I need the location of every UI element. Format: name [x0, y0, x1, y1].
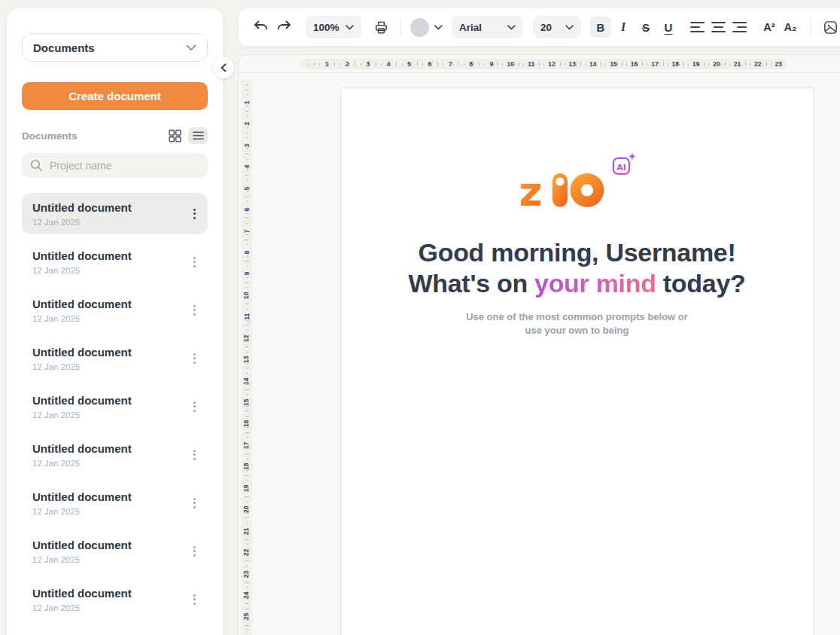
document-title: Untitled document	[32, 490, 132, 504]
font-family-value: Arial	[459, 22, 482, 33]
underline-button[interactable]: U	[658, 17, 679, 38]
greeting-line2-suffix: today?	[663, 269, 746, 298]
ai-badge-label: AI	[616, 163, 626, 172]
horizontal-ruler[interactable]: 1234567891011121314151617181920212223	[301, 59, 786, 69]
document-list-item[interactable]: Untitled document 12 Jan 2025	[22, 482, 208, 524]
formatting-toolbar: 100% Arial 20 B I S U	[238, 8, 840, 47]
view-toggles	[165, 127, 208, 144]
document-list-item[interactable]: Untitled document 12 Jan 2025	[22, 289, 208, 331]
greeting-line1: Good morning, Username!	[418, 238, 736, 267]
font-family-select[interactable]: Arial	[452, 16, 523, 38]
toolbar-divider	[810, 17, 811, 37]
search-icon	[30, 159, 43, 172]
kebab-menu-icon[interactable]	[189, 493, 200, 513]
kebab-menu-icon[interactable]	[189, 397, 200, 417]
greeting-line2-prefix: What's on	[409, 269, 528, 298]
workspace-selector-label: Documents	[33, 41, 95, 54]
chevron-left-icon	[221, 63, 227, 72]
font-size-select[interactable]: 20	[533, 16, 581, 38]
editor-canvas: 1234567891011121314151617181920212223 12…	[238, 54, 840, 635]
zoom-value: 100%	[313, 22, 339, 33]
bold-button[interactable]: B	[590, 17, 611, 38]
vertical-ruler[interactable]: 1234567891011121314151617181920212223242…	[242, 79, 252, 635]
superscript-button[interactable]: A²	[759, 17, 780, 38]
kebab-menu-icon[interactable]	[189, 590, 200, 609]
toolbar-divider	[400, 17, 401, 37]
print-icon	[373, 20, 389, 35]
strikethrough-button[interactable]: S	[635, 17, 656, 38]
document-title: Untitled document	[32, 539, 132, 552]
document-title: Untitled document	[32, 201, 132, 215]
list-view-button[interactable]	[188, 127, 208, 144]
kebab-menu-icon[interactable]	[189, 349, 200, 368]
document-date: 12 Jan 2025	[32, 603, 132, 612]
document-page[interactable]: z AI	[340, 87, 814, 635]
create-document-button[interactable]: Create document	[22, 82, 208, 110]
kebab-menu-icon[interactable]	[189, 204, 200, 224]
document-date: 12 Jan 2025	[32, 314, 132, 323]
greeting-subtitle: Use one of the most common prompts below…	[341, 310, 813, 337]
document-list: Untitled document 12 Jan 2025 Untitled d…	[22, 193, 208, 620]
document-list-item[interactable]: Untitled document 12 Jan 2025	[22, 337, 208, 379]
workspace-selector[interactable]: Documents	[22, 33, 208, 62]
document-title: Untitled document	[32, 346, 132, 359]
align-right-button[interactable]	[729, 17, 750, 38]
greeting-heading: Good morning, Username! What's on your m…	[341, 237, 813, 299]
subtitle-line1: Use one of the most common prompts below…	[466, 311, 688, 322]
chevron-down-icon	[434, 25, 443, 30]
document-date: 12 Jan 2025	[32, 507, 132, 516]
document-list-item[interactable]: Untitled document 12 Jan 2025	[22, 434, 208, 475]
chevron-down-icon	[507, 25, 516, 30]
documents-list-header: Documents	[22, 127, 208, 144]
zoom-select[interactable]: 100%	[306, 16, 361, 38]
document-date: 12 Jan 2025	[32, 411, 132, 420]
document-title: Untitled document	[32, 442, 132, 456]
subtitle-line2: use your own to being	[525, 325, 629, 336]
document-list-item[interactable]: Untitled document 12 Jan 2025	[22, 241, 208, 282]
documents-section-label: Documents	[22, 130, 78, 142]
document-title: Untitled document	[32, 587, 132, 600]
document-title: Untitled document	[32, 249, 132, 263]
document-date: 12 Jan 2025	[32, 459, 132, 468]
svg-text:z: z	[521, 168, 542, 207]
insert-image-button[interactable]	[820, 17, 840, 38]
document-title: Untitled document	[32, 394, 132, 408]
align-left-button[interactable]	[686, 17, 708, 38]
undo-button[interactable]	[250, 17, 271, 38]
kebab-menu-icon[interactable]	[189, 542, 200, 561]
ai-badge-icon: AI	[611, 153, 637, 177]
chevron-down-icon	[345, 25, 354, 30]
subscript-button[interactable]: A₂	[780, 17, 801, 38]
document-list-item[interactable]: Untitled document 12 Jan 2025	[22, 193, 208, 234]
document-date: 12 Jan 2025	[32, 555, 132, 564]
greeting-highlight: your mind	[534, 269, 656, 298]
collapse-sidebar-button[interactable]	[213, 57, 234, 78]
font-size-value: 20	[540, 22, 552, 33]
sidebar: Documents Create document Documents	[6, 8, 224, 635]
document-title: Untitled document	[32, 298, 132, 311]
grid-view-icon	[169, 130, 181, 142]
color-swatch	[410, 18, 429, 37]
kebab-menu-icon[interactable]	[189, 445, 200, 465]
align-left-icon	[690, 22, 705, 32]
print-button[interactable]	[370, 17, 391, 38]
document-list-item[interactable]: Untitled document 12 Jan 2025	[22, 386, 208, 427]
document-list-item[interactable]: Untitled document 12 Jan 2025	[22, 530, 208, 572]
italic-button[interactable]: I	[613, 17, 634, 38]
chevron-down-icon	[186, 44, 196, 51]
kebab-menu-icon[interactable]	[189, 301, 200, 320]
align-center-button[interactable]	[708, 17, 729, 38]
grid-view-button[interactable]	[165, 127, 184, 144]
text-color-select[interactable]	[410, 18, 443, 37]
kebab-menu-icon[interactable]	[189, 252, 200, 272]
undo-icon	[252, 20, 269, 35]
search-input[interactable]	[50, 160, 199, 172]
redo-button[interactable]	[274, 17, 295, 38]
document-date: 12 Jan 2025	[32, 266, 132, 275]
chevron-down-icon	[565, 25, 574, 30]
ruler-row: 1234567891011121314151617181920212223	[239, 55, 840, 73]
document-date: 12 Jan 2025	[32, 218, 132, 227]
align-right-icon	[732, 22, 747, 32]
logo-block: z AI	[521, 157, 634, 207]
document-list-item[interactable]: Untitled document 12 Jan 2025	[22, 579, 208, 620]
